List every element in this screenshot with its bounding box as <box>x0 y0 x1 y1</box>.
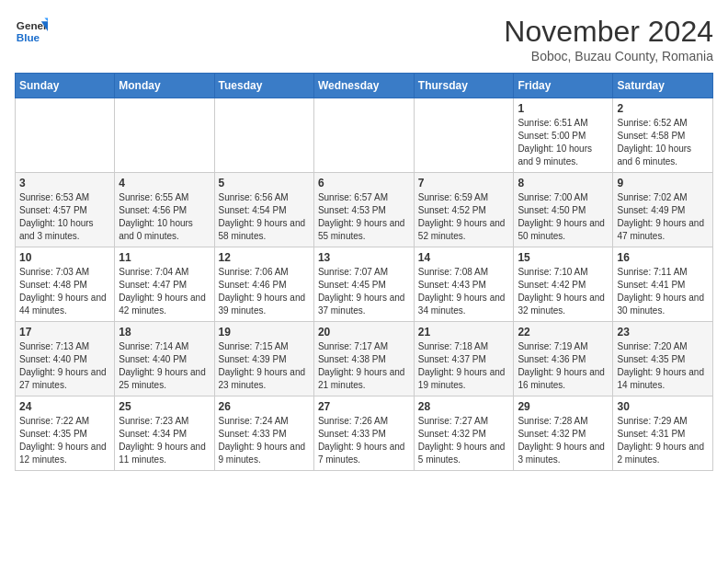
calendar-week-row: 17Sunrise: 7:13 AM Sunset: 4:40 PM Dayli… <box>16 322 713 396</box>
calendar-cell: 23Sunrise: 7:20 AM Sunset: 4:35 PM Dayli… <box>613 322 713 396</box>
month-title: November 2024 <box>504 15 713 49</box>
day-info: Sunrise: 7:29 AM Sunset: 4:31 PM Dayligh… <box>617 415 709 466</box>
svg-text:General: General <box>17 19 48 31</box>
day-number: 5 <box>219 177 310 190</box>
day-info: Sunrise: 6:57 AM Sunset: 4:53 PM Dayligh… <box>318 191 410 243</box>
calendar-table: SundayMondayTuesdayWednesdayThursdayFrid… <box>15 73 713 471</box>
day-number: 1 <box>518 102 609 115</box>
day-info: Sunrise: 6:53 AM Sunset: 4:57 PM Dayligh… <box>19 191 110 243</box>
day-info: Sunrise: 7:28 AM Sunset: 4:32 PM Dayligh… <box>518 415 609 466</box>
calendar-cell: 30Sunrise: 7:29 AM Sunset: 4:31 PM Dayli… <box>613 396 713 471</box>
calendar-cell: 10Sunrise: 7:03 AM Sunset: 4:48 PM Dayli… <box>16 247 115 322</box>
calendar-cell <box>115 98 214 173</box>
day-number: 17 <box>19 326 110 339</box>
day-number: 2 <box>617 102 709 115</box>
day-number: 22 <box>518 326 609 339</box>
day-number: 30 <box>617 400 709 413</box>
day-number: 3 <box>19 177 110 190</box>
header: General Blue November 2024 Boboc, Buzau … <box>15 15 713 63</box>
calendar-cell: 9Sunrise: 7:02 AM Sunset: 4:49 PM Daylig… <box>613 173 713 247</box>
calendar-cell: 16Sunrise: 7:11 AM Sunset: 4:41 PM Dayli… <box>613 247 713 322</box>
day-of-week-header: Monday <box>115 74 214 98</box>
day-info: Sunrise: 7:02 AM Sunset: 4:49 PM Dayligh… <box>617 191 709 243</box>
calendar-cell: 14Sunrise: 7:08 AM Sunset: 4:43 PM Dayli… <box>414 247 514 322</box>
calendar-cell <box>16 98 115 173</box>
calendar-cell: 3Sunrise: 6:53 AM Sunset: 4:57 PM Daylig… <box>16 173 115 247</box>
day-info: Sunrise: 7:26 AM Sunset: 4:33 PM Dayligh… <box>318 415 410 466</box>
calendar-week-row: 1Sunrise: 6:51 AM Sunset: 5:00 PM Daylig… <box>16 98 713 173</box>
calendar-week-row: 24Sunrise: 7:22 AM Sunset: 4:35 PM Dayli… <box>16 396 713 471</box>
calendar-cell <box>414 98 514 173</box>
day-info: Sunrise: 7:24 AM Sunset: 4:33 PM Dayligh… <box>219 415 310 466</box>
calendar-cell: 13Sunrise: 7:07 AM Sunset: 4:45 PM Dayli… <box>313 247 414 322</box>
calendar-cell: 21Sunrise: 7:18 AM Sunset: 4:37 PM Dayli… <box>414 322 514 396</box>
calendar-week-row: 3Sunrise: 6:53 AM Sunset: 4:57 PM Daylig… <box>16 173 713 247</box>
day-number: 8 <box>518 177 609 190</box>
day-info: Sunrise: 6:56 AM Sunset: 4:54 PM Dayligh… <box>219 191 310 243</box>
day-of-week-header: Friday <box>514 74 613 98</box>
day-info: Sunrise: 7:13 AM Sunset: 4:40 PM Dayligh… <box>19 340 110 392</box>
day-info: Sunrise: 7:03 AM Sunset: 4:48 PM Dayligh… <box>19 266 110 317</box>
day-number: 12 <box>219 251 310 264</box>
subtitle: Boboc, Buzau County, Romania <box>504 49 713 63</box>
logo: General Blue <box>15 15 48 48</box>
calendar-cell: 4Sunrise: 6:55 AM Sunset: 4:56 PM Daylig… <box>115 173 214 247</box>
day-info: Sunrise: 7:00 AM Sunset: 4:50 PM Dayligh… <box>518 191 609 243</box>
day-number: 9 <box>617 177 709 190</box>
calendar-cell: 24Sunrise: 7:22 AM Sunset: 4:35 PM Dayli… <box>16 396 115 471</box>
calendar-header: SundayMondayTuesdayWednesdayThursdayFrid… <box>16 74 713 98</box>
day-of-week-header: Tuesday <box>214 74 313 98</box>
calendar-cell: 2Sunrise: 6:52 AM Sunset: 4:58 PM Daylig… <box>613 98 713 173</box>
calendar-week-row: 10Sunrise: 7:03 AM Sunset: 4:48 PM Dayli… <box>16 247 713 322</box>
calendar-cell: 17Sunrise: 7:13 AM Sunset: 4:40 PM Dayli… <box>16 322 115 396</box>
calendar-cell: 25Sunrise: 7:23 AM Sunset: 4:34 PM Dayli… <box>115 396 214 471</box>
day-number: 6 <box>318 177 410 190</box>
calendar-cell <box>214 98 313 173</box>
day-info: Sunrise: 7:23 AM Sunset: 4:34 PM Dayligh… <box>119 415 210 466</box>
day-number: 25 <box>119 400 210 413</box>
calendar-cell: 6Sunrise: 6:57 AM Sunset: 4:53 PM Daylig… <box>313 173 414 247</box>
day-number: 29 <box>518 400 609 413</box>
day-number: 26 <box>219 400 310 413</box>
calendar-cell: 19Sunrise: 7:15 AM Sunset: 4:39 PM Dayli… <box>214 322 313 396</box>
calendar-cell: 7Sunrise: 6:59 AM Sunset: 4:52 PM Daylig… <box>414 173 514 247</box>
day-info: Sunrise: 6:51 AM Sunset: 5:00 PM Dayligh… <box>518 117 609 168</box>
calendar-cell: 28Sunrise: 7:27 AM Sunset: 4:32 PM Dayli… <box>414 396 514 471</box>
day-info: Sunrise: 6:52 AM Sunset: 4:58 PM Dayligh… <box>617 117 709 168</box>
calendar-cell: 27Sunrise: 7:26 AM Sunset: 4:33 PM Dayli… <box>313 396 414 471</box>
day-info: Sunrise: 7:22 AM Sunset: 4:35 PM Dayligh… <box>19 415 110 466</box>
svg-text:Blue: Blue <box>17 31 40 43</box>
calendar-cell <box>313 98 414 173</box>
day-info: Sunrise: 7:07 AM Sunset: 4:45 PM Dayligh… <box>318 266 410 317</box>
calendar-cell: 11Sunrise: 7:04 AM Sunset: 4:47 PM Dayli… <box>115 247 214 322</box>
day-of-week-header: Saturday <box>613 74 713 98</box>
calendar-cell: 22Sunrise: 7:19 AM Sunset: 4:36 PM Dayli… <box>514 322 613 396</box>
day-number: 7 <box>418 177 510 190</box>
day-info: Sunrise: 7:14 AM Sunset: 4:40 PM Dayligh… <box>119 340 210 392</box>
logo-icon: General Blue <box>15 15 48 48</box>
day-number: 28 <box>418 400 510 413</box>
day-number: 14 <box>418 251 510 264</box>
day-number: 19 <box>219 326 310 339</box>
day-of-week-header: Sunday <box>16 74 115 98</box>
day-info: Sunrise: 7:06 AM Sunset: 4:46 PM Dayligh… <box>219 266 310 317</box>
day-number: 24 <box>19 400 110 413</box>
day-info: Sunrise: 6:59 AM Sunset: 4:52 PM Dayligh… <box>418 191 510 243</box>
day-info: Sunrise: 7:15 AM Sunset: 4:39 PM Dayligh… <box>219 340 310 392</box>
day-info: Sunrise: 7:10 AM Sunset: 4:42 PM Dayligh… <box>518 266 609 317</box>
day-info: Sunrise: 7:18 AM Sunset: 4:37 PM Dayligh… <box>418 340 510 392</box>
day-number: 11 <box>119 251 210 264</box>
calendar-cell: 15Sunrise: 7:10 AM Sunset: 4:42 PM Dayli… <box>514 247 613 322</box>
day-number: 15 <box>518 251 609 264</box>
day-info: Sunrise: 7:19 AM Sunset: 4:36 PM Dayligh… <box>518 340 609 392</box>
day-of-week-header: Thursday <box>414 74 514 98</box>
day-info: Sunrise: 6:55 AM Sunset: 4:56 PM Dayligh… <box>119 191 210 243</box>
day-number: 23 <box>617 326 709 339</box>
calendar-cell: 18Sunrise: 7:14 AM Sunset: 4:40 PM Dayli… <box>115 322 214 396</box>
calendar-cell: 29Sunrise: 7:28 AM Sunset: 4:32 PM Dayli… <box>514 396 613 471</box>
day-number: 20 <box>318 326 410 339</box>
day-number: 4 <box>119 177 210 190</box>
calendar-cell: 12Sunrise: 7:06 AM Sunset: 4:46 PM Dayli… <box>214 247 313 322</box>
calendar-cell: 5Sunrise: 6:56 AM Sunset: 4:54 PM Daylig… <box>214 173 313 247</box>
day-of-week-header: Wednesday <box>313 74 414 98</box>
